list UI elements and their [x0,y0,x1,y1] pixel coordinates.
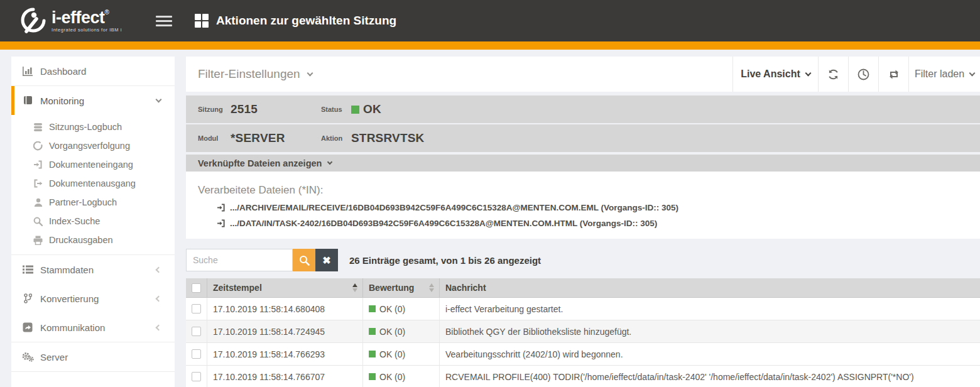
list-icon [21,265,35,274]
menu-toggle-icon[interactable] [156,13,172,29]
filter-load-label: Filter laden [915,68,964,80]
page-title: Aktionen zur gewählten Sitzung [216,14,396,28]
search-icon [299,255,310,266]
sidebar-item-label: Server [40,352,68,362]
table-row[interactable]: 17.10.2019 11:58:14.680408 OK (0) i-effe… [186,298,980,320]
sidebar-item-server[interactable]: Server [11,342,175,371]
sidebar-item-label: Index-Suche [49,216,100,226]
filter-bar: Filter-Einstellungen Live Ansicht Filter… [186,57,980,92]
column-header-zeitstempel[interactable]: Zeitstempel [207,278,363,297]
search-button[interactable] [293,249,315,271]
row-checkbox[interactable] [192,349,201,359]
sidebar-item-sitzungs-logbuch[interactable]: Sitzungs-Logbuch [11,117,175,136]
chevron-left-icon [156,324,162,330]
chevron-down-icon [307,70,313,76]
search-input[interactable] [186,249,293,271]
sidebar-item-index-suche[interactable]: Index-Suche [11,212,175,231]
clear-search-button[interactable]: ✖ [315,249,338,271]
app-root: { "header": { "logo_text": "i-effect", "… [0,0,980,387]
cell-timestamp: 17.10.2019 11:58:14.766707 [207,366,363,387]
chevron-down-icon [805,70,811,76]
linked-files-toggle-label: Verknüpfte Dateien anzeigen [198,158,322,168]
cell-timestamp: 17.10.2019 11:58:14.680408 [207,298,363,320]
sort-icons [429,283,434,292]
status-value: OK [363,102,381,116]
cell-rating: OK (0) [363,343,440,365]
gears-icon [21,352,35,362]
sort-icons [352,283,357,292]
close-icon: ✖ [322,254,330,266]
cell-message: i-effect Verarbeitung gestartet. [440,298,980,320]
filter-settings-label: Filter-Einstellungen [198,67,300,81]
linked-files-toggle[interactable]: Verknüpfte Dateien anzeigen [186,155,980,172]
file-path: .../ARCHIVE/EMAIL/RECEIVE/16DB04D693B942… [230,203,678,212]
clock-icon [858,68,869,80]
refresh-button[interactable] [818,57,848,92]
row-checkbox[interactable] [192,304,201,313]
search-icon [32,217,44,226]
logo-text: i-effect [52,8,105,27]
chart-bar-icon [21,67,35,76]
refresh-icon [827,68,839,80]
row-checkbox[interactable] [192,372,201,381]
history-button[interactable] [848,57,878,92]
book-icon [21,95,35,106]
cell-timestamp: 17.10.2019 11:58:14.766293 [207,343,363,365]
sidebar-item-dokumentenausgang[interactable]: Dokumentenausgang [11,174,175,193]
cell-message: RCVEMAIL PROFILE(400) TODIR('/home/ieffe… [440,366,980,387]
sidebar-item-stammdaten[interactable]: Stammdaten [11,255,175,284]
modul-label: Modul [198,134,231,142]
accent-bar [0,41,980,50]
sitzung-value: 2515 [231,102,312,116]
grid-icon [195,14,209,28]
chevron-down-icon [327,159,332,164]
database-icon [32,123,44,132]
session-info-row: Sitzung 2515 Status OK [186,95,980,123]
printer-icon [32,236,44,245]
filter-load-dropdown[interactable]: Filter laden [908,57,980,92]
sidebar-item-label: Monitoring [40,95,84,106]
modul-value: *SERVER [231,131,312,145]
table-row[interactable]: 17.10.2019 11:58:14.724945 OK (0) Biblio… [186,320,980,343]
circle-progress-icon [32,141,44,151]
sidebar-item-partner-logbuch[interactable]: Partner-Logbuch [11,193,175,212]
sidebar-item-konvertierung[interactable]: Konvertierung [11,284,175,313]
status-green-square [369,351,376,357]
live-view-label: Live Ansicht [741,68,800,80]
live-view-dropdown[interactable]: Live Ansicht [732,57,818,92]
cell-message: Bibliothek QGY der Bibliotheksliste hinz… [440,320,980,342]
repeat-icon [888,69,900,80]
logo-swoosh-icon [19,8,48,34]
file-link[interactable]: .../ARCHIVE/EMAIL/RECEIVE/16DB04D693B942… [217,203,980,212]
sidebar-item-monitoring[interactable]: Monitoring [11,86,175,115]
aktion-value: STRSRVTSK [351,131,425,145]
processed-files-panel: Verarbeitete Dateien (*IN): .../ARCHIVE/… [186,172,980,239]
filter-settings-toggle[interactable]: Filter-Einstellungen [186,57,732,92]
row-checkbox[interactable] [192,327,201,336]
sign-in-icon [217,219,226,227]
chevron-left-icon [156,266,162,273]
result-count-summary: 26 Einträge gesamt, von 1 bis 26 angezei… [349,255,541,266]
i-effect-logo[interactable]: i-effect® Integrated solutions for IBM i [19,8,144,34]
cell-rating: OK (0) [363,298,440,320]
sidebar-item-dokumenteneingang[interactable]: Dokumenteneingang [11,155,175,174]
table-row[interactable]: 17.10.2019 11:58:14.766707 OK (0) RCVEMA… [186,366,980,387]
status-green-square [351,106,359,114]
sidebar-item-label: Kommunikation [40,322,105,333]
sidebar-item-druckausgaben[interactable]: Druckausgaben [11,231,175,249]
sidebar-item-label: Sitzungs-Logbuch [49,122,122,132]
column-header-nachricht[interactable]: Nachricht [440,278,980,297]
sidebar-item-label: Konvertierung [40,293,99,304]
sidebar-item-kommunikation[interactable]: Kommunikation [11,313,175,342]
cell-rating: OK (0) [363,366,440,387]
table-row[interactable]: 17.10.2019 11:58:14.766293 OK (0) Vearbe… [186,343,980,366]
repeat-button[interactable] [878,57,908,92]
column-header-bewertung[interactable]: Bewertung [363,278,440,297]
select-all-checkbox[interactable] [192,283,201,293]
logo-registered-mark: ® [105,9,109,16]
share-icon [21,322,35,332]
sidebar-item-vorgangsverfolgung[interactable]: Vorgangsverfolgung [11,136,175,155]
file-link[interactable]: .../DATA/IN/TASK-2402/16DB04D693B942C59F… [217,219,980,228]
sidebar-item-dashboard[interactable]: Dashboard [11,57,175,85]
sidebar-item-label: Dashboard [40,66,86,77]
